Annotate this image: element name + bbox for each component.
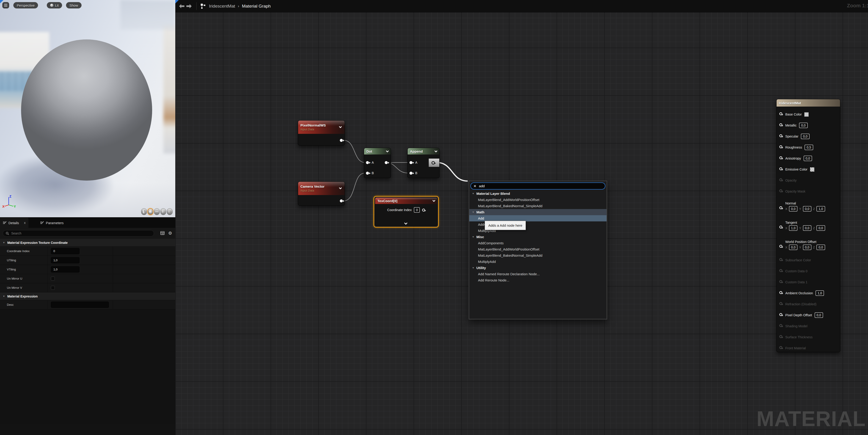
node-dot-input-a-pin[interactable]	[366, 161, 369, 164]
preview-shape-plane-button[interactable]	[154, 208, 160, 215]
chevron-down-icon[interactable]	[339, 186, 342, 189]
context-menu-item[interactable]: Add Named Reroute Declaration Node...	[469, 271, 607, 277]
context-menu-category[interactable]: ▼Misc	[469, 234, 607, 240]
clear-search-icon[interactable]: ×	[474, 184, 476, 188]
node-material-result-header[interactable]: IridescentMat	[777, 99, 840, 106]
material-pin-value[interactable]: 0,0	[804, 156, 812, 161]
details-section-header[interactable]: ▼Material Expression Texture Coordinate	[0, 239, 175, 247]
node-pixelnormalws[interactable]: PixelNormalWS Input Data	[298, 120, 345, 146]
material-input-pin-0[interactable]	[779, 112, 782, 115]
material-input-pin-18[interactable]	[779, 335, 782, 338]
preview-shape-sphere-button[interactable]	[148, 208, 153, 215]
chevron-down-icon[interactable]	[434, 149, 437, 152]
close-tab-icon[interactable]: x	[24, 221, 26, 225]
context-menu-item[interactable]: MatLayerBlend_BakedNormal_SimpleAdd	[469, 252, 607, 258]
material-input-pin-17[interactable]	[779, 324, 782, 327]
material-input-pin-5[interactable]	[779, 167, 782, 170]
material-input-pin-15[interactable]	[779, 302, 782, 305]
material-input-pin-19[interactable]	[779, 346, 782, 349]
property-input[interactable]: 0	[51, 248, 80, 254]
chevron-down-icon[interactable]	[339, 125, 342, 128]
viewport-menu-button[interactable]	[2, 2, 9, 8]
display-filter-icon[interactable]	[160, 231, 165, 236]
material-input-pin-2[interactable]	[779, 134, 782, 137]
node-append-output-pin[interactable]	[432, 161, 435, 164]
context-menu-item[interactable]: AddComponents	[469, 240, 607, 246]
property-input[interactable]: 1,0	[51, 257, 80, 263]
vector-x-value[interactable]: 1,0	[789, 225, 798, 231]
context-menu-item[interactable]: MatLayerBlend_AddWorldPositionOffset	[469, 197, 607, 203]
vector-y-value[interactable]: 0,0	[803, 206, 811, 212]
show-button[interactable]: Show	[66, 2, 82, 8]
context-menu-category[interactable]: ▼Utility	[469, 265, 607, 271]
tab-parameters[interactable]: Parameters	[37, 218, 66, 228]
property-checkbox[interactable]	[51, 286, 55, 290]
node-dot-header[interactable]: Dot	[364, 148, 391, 154]
material-input-pin-12[interactable]	[779, 269, 782, 272]
details-search-input[interactable]: Search	[3, 230, 154, 237]
node-dot[interactable]: Dot A B	[364, 148, 391, 178]
node-append-input-a-pin[interactable]	[409, 161, 412, 164]
chevron-down-icon[interactable]	[386, 149, 389, 152]
material-input-pin-10[interactable]	[779, 245, 782, 248]
material-input-pin-7[interactable]	[779, 189, 782, 192]
node-dot-input-b-pin[interactable]	[366, 172, 369, 175]
breadcrumb-asset[interactable]: IridescentMat	[209, 4, 235, 9]
forward-arrow-icon[interactable]	[186, 3, 193, 10]
node-texcoord-param-value[interactable]: 0	[414, 207, 420, 213]
node-pixelnormalws-output-pin[interactable]	[340, 139, 343, 142]
material-input-pin-11[interactable]	[779, 258, 782, 261]
material-input-pin-13[interactable]	[779, 280, 782, 283]
vector-z-value[interactable]: 0,0	[816, 245, 825, 250]
context-menu-item[interactable]: Add Reroute Node...	[469, 277, 607, 283]
material-pin-value[interactable]: 0,5	[805, 145, 813, 150]
node-camera-vector-header[interactable]: Camera Vector Input Data	[298, 182, 345, 195]
node-pixelnormalws-header[interactable]: PixelNormalWS Input Data	[298, 121, 345, 134]
context-menu-search-input[interactable]: × add	[470, 182, 606, 190]
vector-y-value[interactable]: 0,0	[803, 245, 811, 250]
material-input-pin-4[interactable]	[779, 156, 782, 159]
context-menu-item[interactable]: MatLayerBlend_AddWorldPositionOffset	[469, 246, 607, 252]
property-input[interactable]	[51, 302, 109, 308]
node-material-result[interactable]: IridescentMat Base ColorMetallic0,0Specu…	[776, 99, 840, 352]
context-menu-category[interactable]: ▼Math	[469, 209, 607, 215]
vector-y-value[interactable]: 0,0	[803, 225, 811, 231]
property-input[interactable]: 1,0	[51, 266, 80, 273]
node-append-input-b-pin[interactable]	[409, 172, 412, 175]
emissive-color-swatch[interactable]	[810, 167, 814, 172]
vector-x-value[interactable]: 0,0	[789, 245, 798, 250]
settings-gear-icon[interactable]: ⚙	[168, 231, 172, 236]
vector-x-value[interactable]: 0,0	[789, 206, 798, 212]
node-texcoord[interactable]: TexCoord[0] Coordinate Index 0	[375, 197, 437, 226]
context-menu-item[interactable]: MultiplyAdd	[469, 258, 607, 265]
node-texcoord-expand-chevron-icon[interactable]	[404, 221, 407, 225]
context-menu-category[interactable]: ▼Material Layer Blend	[469, 190, 607, 197]
vector-z-value[interactable]: 1,0	[816, 206, 825, 212]
material-input-pin-16[interactable]	[779, 313, 782, 316]
material-pin-value[interactable]: 0,0	[815, 312, 823, 318]
material-input-pin-1[interactable]	[779, 123, 782, 126]
base-color-swatch[interactable]	[804, 112, 809, 117]
material-input-pin-14[interactable]	[779, 291, 782, 294]
node-dot-output-pin[interactable]	[385, 161, 388, 164]
preview-shape-cube-button[interactable]	[160, 208, 166, 215]
material-pin-value[interactable]: 0,0	[801, 134, 809, 139]
property-checkbox[interactable]	[51, 277, 55, 281]
back-arrow-icon[interactable]	[178, 3, 185, 10]
material-graph-panel[interactable]: MATERIAL IridescentMat › Material Graph …	[175, 0, 868, 435]
node-append-header[interactable]: Append	[408, 148, 439, 154]
perspective-button[interactable]: Perspective	[13, 2, 38, 8]
preview-shape-cylinder-button[interactable]	[141, 208, 147, 215]
material-input-pin-3[interactable]	[779, 145, 782, 148]
preview-viewport[interactable]: Perspective Lit Show Z Y X	[0, 0, 175, 217]
node-camera-vector-output-pin[interactable]	[340, 199, 343, 203]
details-section-header[interactable]: ▼Material Expression	[0, 292, 175, 300]
material-input-pin-6[interactable]	[779, 178, 782, 181]
material-input-pin-9[interactable]	[779, 225, 782, 228]
material-input-pin-8[interactable]	[779, 206, 782, 209]
node-texcoord-output-pin[interactable]	[422, 209, 425, 212]
lit-button[interactable]: Lit	[47, 2, 62, 8]
material-pin-value[interactable]: 0,0	[799, 123, 807, 128]
context-menu-item[interactable]: Add	[469, 215, 607, 221]
chevron-down-icon[interactable]	[432, 199, 435, 202]
